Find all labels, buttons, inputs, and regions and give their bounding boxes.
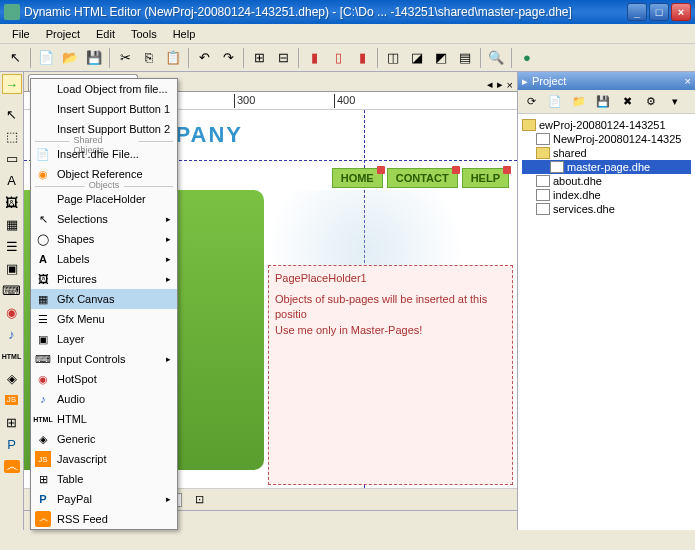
toolbox-layer-icon[interactable]: ▣ [2,258,22,278]
redo-icon[interactable]: ↷ [217,47,239,69]
tree-item[interactable]: services.dhe [522,202,691,216]
ctx-gfx-menu[interactable]: ☰Gfx Menu [31,309,177,329]
panel-header[interactable]: ▸ Project × [518,72,695,90]
project-save-icon[interactable]: 💾 [592,91,614,113]
undo-icon[interactable]: ↶ [193,47,215,69]
toolbox-table-icon[interactable]: ⊞ [2,412,22,432]
ctx-pictures[interactable]: 🖼Pictures [31,269,177,289]
ctx-selections[interactable]: ↖Selections [31,209,177,229]
toolbox-menu-icon[interactable]: ☰ [2,236,22,256]
toolbox-hotspot-icon[interactable]: ◉ [2,302,22,322]
pointer-tool-icon[interactable]: ↖ [4,47,26,69]
grid-icon[interactable]: ⊞ [248,47,270,69]
toolbox-select-icon[interactable]: ⬚ [2,126,22,146]
toolbox-text-icon[interactable]: A [2,170,22,190]
toolbox-js-icon[interactable]: JS [2,390,22,410]
tool-b-icon[interactable]: ◪ [406,47,428,69]
tab-nav-right-icon[interactable]: ▸ [497,78,503,91]
project-refresh-icon[interactable]: ⟳ [520,91,542,113]
align-left-icon[interactable]: ▮ [303,47,325,69]
menu-project[interactable]: Project [38,26,88,42]
save-icon[interactable]: 💾 [83,47,105,69]
project-prop-icon[interactable]: ⚙ [640,91,662,113]
cut-icon[interactable]: ✂ [114,47,136,69]
table-icon: ⊞ [35,471,51,487]
tree-folder-shared[interactable]: shared [522,146,691,160]
ctx-load-object[interactable]: Load Object from file... [31,79,177,99]
nav-contact-button[interactable]: CONTACT [387,168,458,188]
ctx-html[interactable]: HTMLHTML [31,409,177,429]
page-placeholder[interactable]: PagePlaceHolder1 Objects of sub-pages wi… [268,265,513,485]
globe-icon[interactable]: ● [516,47,538,69]
ctx-javascript[interactable]: JSJavascript [31,449,177,469]
toolbox-image-icon[interactable]: 🖼 [2,192,22,212]
window-title: Dynamic HTML Editor (NewProj-20080124-14… [24,5,627,19]
toolbox-audio-icon[interactable]: ♪ [2,324,22,344]
project-del-icon[interactable]: ✖ [616,91,638,113]
tree-root[interactable]: ewProj-20080124-143251 [522,118,691,132]
ctx-placeholder[interactable]: Page PlaceHolder [31,189,177,209]
toolbox-canvas-icon[interactable]: ▦ [2,214,22,234]
panel-title: Project [532,75,566,87]
tree-item[interactable]: about.dhe [522,174,691,188]
menu-tools[interactable]: Tools [123,26,165,42]
menu-help[interactable]: Help [165,26,204,42]
ctx-gfx-canvas[interactable]: ▦Gfx Canvas [31,289,177,309]
menu-file[interactable]: File [4,26,38,42]
copy-icon[interactable]: ⎘ [138,47,160,69]
js-icon: JS [35,451,51,467]
main-toolbar: ↖ 📄 📂 💾 ✂ ⎘ 📋 ↶ ↷ ⊞ ⊟ ▮ ▯ ▮ ◫ ◪ ◩ ▤ 🔍 ● [0,44,695,72]
zoom-fit-icon[interactable]: ⊡ [188,489,210,511]
toolbox-pointer-icon[interactable]: ↖ [2,104,22,124]
input-icon: ⌨ [35,351,51,367]
snap-icon[interactable]: ⊟ [272,47,294,69]
canvas-icon: ▦ [35,291,51,307]
tool-c-icon[interactable]: ◩ [430,47,452,69]
align-right-icon[interactable]: ▮ [351,47,373,69]
tree-item[interactable]: index.dhe [522,188,691,202]
ctx-paypal[interactable]: PPayPal [31,489,177,509]
tab-nav-left-icon[interactable]: ◂ [487,78,493,91]
close-button[interactable]: × [671,3,691,21]
new-icon[interactable]: 📄 [35,47,57,69]
tool-d-icon[interactable]: ▤ [454,47,476,69]
ctx-shapes[interactable]: ◯Shapes [31,229,177,249]
nav-home-button[interactable]: HOME [332,168,383,188]
project-more-icon[interactable]: ▾ [664,91,686,113]
ctx-audio[interactable]: ♪Audio [31,389,177,409]
ctx-hotspot[interactable]: ◉HotSpot [31,369,177,389]
toolbox-generic-icon[interactable]: ◈ [2,368,22,388]
align-center-icon[interactable]: ▯ [327,47,349,69]
ctx-insert-dhe[interactable]: 📄Insert .dhe File... [31,144,177,164]
preview-icon[interactable]: 🔍 [485,47,507,69]
tab-close-icon[interactable]: × [507,79,513,91]
project-new-icon[interactable]: 📄 [544,91,566,113]
ctx-rss[interactable]: ෴RSS Feed [31,509,177,529]
open-icon[interactable]: 📂 [59,47,81,69]
minimize-button[interactable]: _ [627,3,647,21]
panel-close-icon[interactable]: × [685,75,691,87]
toolbox-html-icon[interactable]: HTML [2,346,22,366]
project-folder-icon[interactable]: 📁 [568,91,590,113]
paypal-icon: P [35,491,51,507]
maximize-button[interactable]: □ [649,3,669,21]
toolbox-rss-icon[interactable]: ෴ [2,456,22,476]
tool-a-icon[interactable]: ◫ [382,47,404,69]
ctx-input-controls[interactable]: ⌨Input Controls [31,349,177,369]
toolbox-rect-icon[interactable]: ▭ [2,148,22,168]
tree-item[interactable]: NewProj-20080124-14325 [522,132,691,146]
toolbox-run-icon[interactable]: → [2,74,22,94]
project-tree[interactable]: ewProj-20080124-143251 NewProj-20080124-… [518,114,695,530]
nav-help-button[interactable]: HELP [462,168,509,188]
ctx-labels[interactable]: ALabels [31,249,177,269]
ctx-table[interactable]: ⊞Table [31,469,177,489]
ctx-support-btn1[interactable]: Insert Support Button 1 [31,99,177,119]
ctx-layer[interactable]: ▣Layer [31,329,177,349]
menu-edit[interactable]: Edit [88,26,123,42]
toolbox-input-icon[interactable]: ⌨ [2,280,22,300]
toolbox-paypal-icon[interactable]: P [2,434,22,454]
tree-item-selected[interactable]: master-page.dhe [522,160,691,174]
ctx-generic[interactable]: ◈Generic [31,429,177,449]
ruler-tick: 300 [234,94,255,108]
paste-icon[interactable]: 📋 [162,47,184,69]
